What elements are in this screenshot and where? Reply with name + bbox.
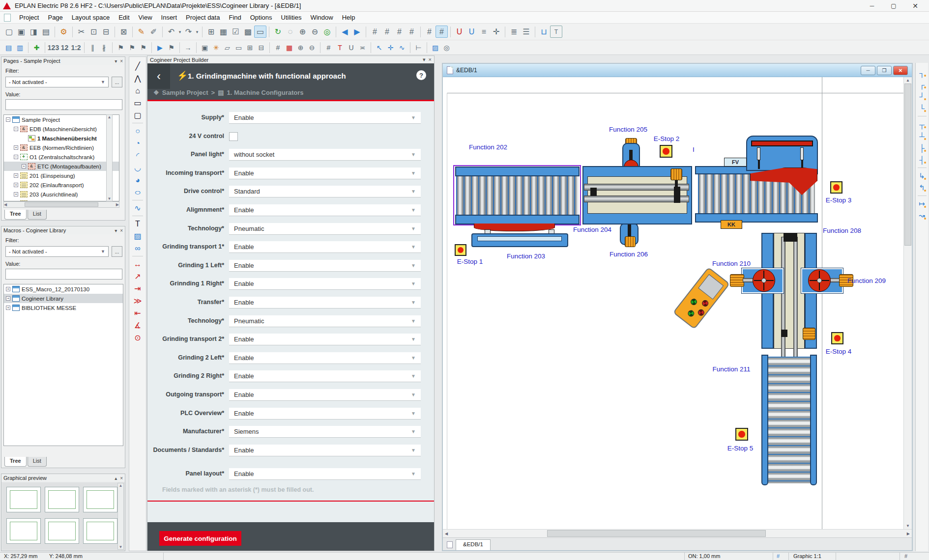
menu-insert[interactable]: Insert xyxy=(157,12,182,23)
spline-tool-icon[interactable]: ∿ xyxy=(396,42,407,53)
draw-rectangle-icon[interactable]: ▭ xyxy=(131,97,144,109)
zoom-out-icon[interactable]: ⊖ xyxy=(309,26,321,38)
columns-icon[interactable]: ☰ xyxy=(520,26,532,38)
preview-vscrollbar[interactable]: ▲▼ xyxy=(117,483,124,550)
grid-small-icon[interactable]: # xyxy=(323,42,334,53)
new-page-icon[interactable]: ▢ xyxy=(3,26,15,38)
tree-expander-icon[interactable]: + xyxy=(6,296,10,301)
label-estop-2[interactable]: E-Stop 2 xyxy=(642,135,691,142)
conn-angle-1-icon[interactable]: ↳ xyxy=(917,170,928,182)
draw-rectangle-2-icon[interactable]: ▢ xyxy=(131,109,144,121)
zoom-window-icon[interactable]: ◌ xyxy=(284,26,296,38)
page-add-icon[interactable]: ⊞ xyxy=(244,42,256,53)
back-button[interactable]: ‹ xyxy=(147,63,170,89)
cogineer-panel-menu-icon[interactable]: ▾ xyxy=(423,56,426,63)
breadcrumb-root[interactable]: Sample Project xyxy=(162,89,208,96)
redo-icon[interactable]: ↷ xyxy=(182,26,195,38)
select-grinnding-1-right[interactable]: Enable▼ xyxy=(229,278,421,290)
logic-u1-icon[interactable]: U xyxy=(453,26,465,38)
dim-chain-icon[interactable]: ≫ xyxy=(131,295,144,307)
numbering-icon[interactable]: 1:2 xyxy=(70,42,82,53)
pages-tree-item[interactable]: +201 (Einspeisung) xyxy=(4,171,119,180)
connect-plus-icon[interactable]: ⊕ xyxy=(295,42,306,53)
cable-red-icon[interactable]: ▦ xyxy=(284,42,295,53)
assign-format-icon[interactable]: ✐ xyxy=(147,26,160,38)
conn-t-right-icon[interactable]: ├ xyxy=(917,142,928,154)
conn-t-left-icon[interactable]: ┤ xyxy=(917,154,928,166)
pages-tree-item[interactable]: +202 (Einlauftransport) xyxy=(4,180,119,190)
scroll-up-icon[interactable]: ▲ xyxy=(906,78,910,83)
estop-1-button[interactable] xyxy=(455,244,466,256)
label-estop-3[interactable]: E-Stop 3 xyxy=(814,196,863,204)
status-grid-icon-2[interactable]: # xyxy=(904,553,907,559)
window-tile-icon[interactable]: ▥ xyxy=(14,42,26,53)
estop-4-button[interactable] xyxy=(831,332,843,344)
delete-icon[interactable]: ⊠ xyxy=(117,26,130,38)
conn-corner-2-icon[interactable]: ┌ xyxy=(917,79,928,90)
redo-list-icon[interactable]: ▾ xyxy=(195,26,200,38)
conn-corner-3-icon[interactable]: ┘ xyxy=(917,90,928,102)
pages-tree-item[interactable]: −EDB (Maschinenübersicht) xyxy=(4,124,119,134)
pointer-icon[interactable]: ↖ xyxy=(374,42,385,53)
estop-3-button[interactable] xyxy=(830,181,842,194)
label-estop-4[interactable]: E-Stop 4 xyxy=(814,348,863,355)
select-grinding-transport-1[interactable]: Enable▼ xyxy=(229,241,421,253)
conveyor-3-bottom-bar[interactable] xyxy=(695,213,818,223)
pages-value-input[interactable] xyxy=(5,99,122,110)
zoom-entire-icon[interactable]: ◎ xyxy=(321,26,333,38)
tree-expander-icon[interactable]: + xyxy=(14,145,18,150)
pages-tree-item[interactable]: +EEB (Normen/Richtlinien) xyxy=(4,143,119,152)
select-grinding-transport-2[interactable]: Enable▼ xyxy=(229,334,421,345)
page-remove-icon[interactable]: ⊟ xyxy=(256,42,267,53)
label-function-206[interactable]: Function 206 xyxy=(602,251,656,258)
close-button[interactable]: ✕ xyxy=(904,0,926,11)
label-function-203[interactable]: Function 203 xyxy=(496,252,555,260)
draw-arc-1-icon[interactable]: ◜ xyxy=(131,149,144,162)
conn-jump-2-icon[interactable]: ↝ xyxy=(917,210,928,222)
menu-layout-space[interactable]: Layout space xyxy=(67,12,114,23)
play-icon[interactable]: ▶ xyxy=(154,42,166,53)
menu-project[interactable]: Project xyxy=(15,12,43,23)
pipeline-2-icon[interactable]: ∦ xyxy=(98,42,110,53)
preview-panel-close-icon[interactable]: × xyxy=(120,476,123,481)
conveyor-211-rail-left[interactable] xyxy=(761,355,768,485)
tree-expander-icon[interactable]: + xyxy=(22,164,26,168)
dim-continued-icon[interactable]: ⇥ xyxy=(131,282,144,295)
print-icon[interactable]: ▤ xyxy=(40,26,52,38)
select-grinding-2-left[interactable]: Enable▼ xyxy=(229,352,421,364)
conn-t-up-icon[interactable]: ┴ xyxy=(917,130,928,142)
cut-icon[interactable]: ✂ xyxy=(75,26,87,38)
logic-u2-icon[interactable]: U xyxy=(465,26,478,38)
conn-angle-2-icon[interactable]: ↰ xyxy=(917,182,928,194)
select-panel-light[interactable]: without socket▼ xyxy=(229,149,421,161)
dim-oblique-icon[interactable]: ↗ xyxy=(131,270,144,282)
select-grinding-1-left[interactable]: Enable▼ xyxy=(229,260,421,272)
select-incoming-transport[interactable]: Enable▼ xyxy=(229,168,421,179)
grid-3-icon[interactable]: # xyxy=(393,26,406,38)
drawing-canvas[interactable]: FV KK xyxy=(443,77,903,529)
label-function-208[interactable]: Function 208 xyxy=(815,227,869,234)
macros-tab-list[interactable]: List xyxy=(28,457,47,467)
insert-text-icon[interactable]: T xyxy=(131,218,144,230)
breadcrumb-page[interactable]: 1. Machine Configurators xyxy=(227,89,303,96)
macros-panel-menu-icon[interactable]: ▾ xyxy=(115,228,117,233)
select-manufacturer[interactable]: Siemens▼ xyxy=(229,426,421,438)
checkbox-24-v-control[interactable] xyxy=(229,132,238,141)
page-check-icon[interactable]: ☑ xyxy=(230,26,242,38)
estop-5-button[interactable] xyxy=(735,428,748,441)
menu-page[interactable]: Page xyxy=(43,12,67,23)
pages-filter-select[interactable]: - Not activated -▼ xyxy=(5,77,109,87)
drawing-tab-edb1[interactable]: &EDB/1 xyxy=(456,539,491,550)
pages-tree-item[interactable]: +203 (Ausrichtlineal) xyxy=(4,190,119,199)
drawing-hscrollbar[interactable]: ◀▶ xyxy=(443,529,912,537)
menu-utilities[interactable]: Utilities xyxy=(277,12,306,23)
insert-window-macro-icon[interactable]: ⊞ xyxy=(205,26,217,38)
preview-panel-menu-icon[interactable]: ▴ xyxy=(115,476,117,481)
page-properties-icon[interactable]: ◨ xyxy=(28,26,40,38)
align-icon[interactable]: ≣ xyxy=(508,26,520,38)
page-back-icon[interactable]: ◀ xyxy=(339,26,351,38)
select-transfer[interactable]: Enable▼ xyxy=(229,297,421,308)
conn-corner-1-icon[interactable]: ┐ xyxy=(917,67,928,79)
insert-hyperlink-icon[interactable]: ∞ xyxy=(131,242,144,254)
connect-minus-icon[interactable]: ⊖ xyxy=(306,42,318,53)
